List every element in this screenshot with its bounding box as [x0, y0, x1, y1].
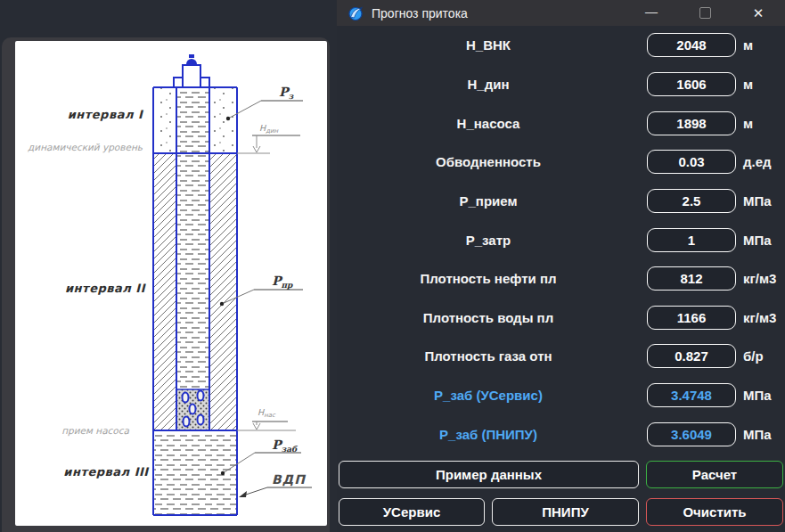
field-unit: кг/м3 [743, 271, 776, 286]
field-label: Н_насоса [337, 116, 640, 131]
button-row-2: УСервис ПНИПУ Очистить [339, 498, 783, 526]
window-title: Прогноз притока [372, 6, 468, 20]
gas-annulus-right [209, 87, 237, 153]
button-row-1: Пример данных Расчет [339, 461, 783, 488]
field-unit: м [743, 37, 753, 53]
pump-intake-datum [237, 422, 296, 430]
form-row: Плотность воды пл кг/м3 [337, 298, 785, 337]
p-annulus-label: Рз [279, 85, 295, 101]
schematic-window: Ндин Ннас Рз Рпр [2, 37, 330, 532]
interval1-label: интервал I [68, 108, 144, 121]
minimize-button[interactable]: — [625, 0, 678, 26]
form-row: Н_ВНК м [337, 26, 785, 65]
pnipu-button[interactable]: ПНИПУ [492, 498, 639, 526]
p-intake-label: Рпр [272, 274, 293, 290]
field-unit: МПа [743, 427, 772, 442]
field-label: Плотность газа отн [337, 348, 640, 364]
vdp-leader [239, 487, 312, 497]
form-row: Р_прием МПа [337, 182, 785, 221]
maximize-button[interactable] [678, 0, 732, 26]
output-p-zab-uservice[interactable] [647, 383, 736, 407]
field-label: Р_прием [337, 193, 640, 209]
form-row: Плотность газа отн б/р [337, 337, 785, 376]
field-unit: МПа [743, 388, 772, 403]
clear-button[interactable]: Очистить [646, 498, 783, 526]
input-oil-density[interactable] [647, 266, 736, 291]
valve-icon [186, 59, 197, 64]
gas-annulus-left [153, 87, 176, 153]
app-window: Прогноз притока — ✕ Н_ВНК м Н_дин м Н_на… [337, 0, 785, 532]
input-h-din[interactable] [647, 72, 736, 96]
form-row: Р_затр МПа [337, 220, 785, 259]
well-schematic-panel: Ндин Ннас Рз Рпр [15, 41, 327, 526]
field-label: Плотность нефти пл [337, 271, 640, 286]
form-row: Плотность нефти пл кг/м3 [337, 259, 785, 299]
field-label: Р_затр [337, 233, 640, 248]
dynamic-level-label: динамический уровень [28, 142, 143, 153]
uservice-button[interactable]: УСервис [339, 498, 485, 526]
field-unit: б/р [743, 348, 764, 364]
interval2-label: интервал II [65, 282, 147, 295]
pump-intake-label: прием насоса [61, 425, 129, 437]
input-water-density[interactable] [647, 306, 736, 330]
annulus-liquid-left [153, 153, 176, 430]
form-row: Н_насоса м [337, 103, 785, 143]
input-p-zatr[interactable] [647, 228, 736, 252]
input-gas-density[interactable] [647, 344, 736, 368]
field-label: Н_дин [337, 77, 640, 92]
tubing-liquid [176, 87, 209, 389]
close-icon: ✕ [753, 6, 765, 20]
well-schematic: Ндин Ннас Рз Рпр [15, 41, 327, 526]
field-label: Р_заб (ПНИПУ) [337, 427, 640, 442]
h-dyn-label: Ндин [259, 123, 279, 135]
annulus-liquid-right [209, 153, 237, 430]
form-row: Обводненность д.ед [337, 143, 785, 182]
form-row-result: Р_заб (ПНИПУ) МПа [337, 414, 785, 454]
vdp-label: ВДП [272, 472, 306, 487]
minimize-icon: — [645, 5, 658, 18]
titlebar: Прогноз притока — ✕ [337, 0, 785, 26]
input-p-priem[interactable] [647, 189, 736, 213]
field-unit: МПа [743, 233, 772, 248]
wellhead [174, 54, 209, 87]
calculate-button[interactable]: Расчет [646, 461, 783, 488]
example-data-button[interactable]: Пример данных [339, 461, 639, 488]
form-row: Н_дин м [337, 65, 785, 104]
field-unit: кг/м3 [743, 310, 776, 325]
field-unit: м [743, 116, 753, 131]
field-unit: д.ед [743, 154, 772, 169]
field-label: Р_заб (УСервис) [337, 388, 640, 403]
app-logo-icon [348, 5, 364, 21]
field-label: Н_ВНК [337, 37, 640, 53]
form-row-result: Р_заб (УСервис) МПа [337, 376, 785, 415]
field-label: Плотность воды пл [337, 310, 640, 325]
input-h-vnk[interactable] [647, 33, 736, 57]
h-pump-label: Ннас [258, 407, 276, 419]
maximize-icon [699, 7, 711, 19]
output-p-zab-pnipu[interactable] [647, 422, 736, 446]
field-unit: м [743, 77, 753, 92]
input-h-nasosa[interactable] [647, 111, 736, 135]
close-button[interactable]: ✕ [732, 0, 785, 26]
field-unit: МПа [743, 193, 772, 209]
p-bottomhole-label: Рзаб [272, 438, 298, 454]
input-form: Н_ВНК м Н_дин м Н_насоса м Обводненность… [337, 26, 785, 454]
field-label: Обводненность [337, 154, 640, 169]
dynamic-level-datum [237, 135, 300, 153]
input-obvodnennost[interactable] [647, 150, 736, 174]
interval3-label: интервал III [63, 465, 150, 479]
